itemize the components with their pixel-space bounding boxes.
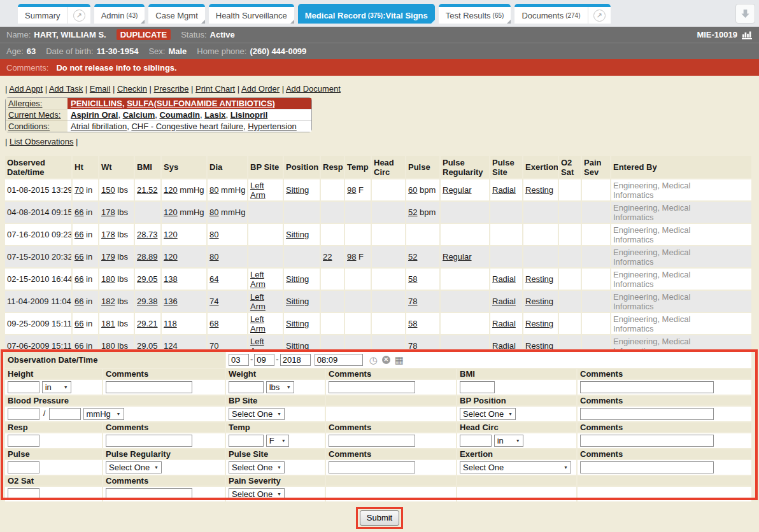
observation-value-link[interactable]: 78 — [408, 341, 417, 349]
summary-item[interactable]: Lasix — [204, 110, 225, 120]
observation-value-link[interactable]: 80 — [209, 207, 218, 217]
tab-admin[interactable]: Admin (43) — [94, 4, 145, 24]
observation-value-link[interactable]: Radial — [492, 185, 516, 195]
observation-value-link[interactable]: 120 — [164, 185, 178, 195]
observation-value-link[interactable]: 66 — [74, 297, 83, 306]
observation-value-link[interactable]: 138 — [164, 274, 178, 284]
observation-value-link[interactable]: 58 — [408, 274, 417, 284]
observation-value-link[interactable]: 80 — [209, 230, 218, 239]
observation-value-link[interactable]: Left Arm — [250, 292, 266, 311]
observation-value-link[interactable]: Regular — [443, 185, 472, 195]
tab-jump-button[interactable]: ↗ — [588, 7, 611, 24]
observation-value-link[interactable]: Radial — [492, 274, 516, 284]
observation-value-link[interactable]: 60 — [408, 185, 417, 195]
summary-item[interactable]: PENICILLINS — [71, 99, 122, 108]
observation-value-link[interactable]: 66 — [74, 274, 83, 284]
observation-value-link[interactable]: Sitting — [286, 297, 309, 306]
observation-value-link[interactable]: 70 — [209, 341, 218, 349]
observation-value-link[interactable]: Radial — [492, 341, 516, 349]
observation-value-link[interactable]: 120 — [164, 207, 178, 217]
observation-value-link[interactable]: 22 — [323, 252, 332, 262]
observation-value-link[interactable]: Resting — [525, 185, 553, 195]
observation-value-link[interactable]: 179 — [101, 252, 115, 262]
blood-pressure-input[interactable] — [49, 408, 81, 420]
pulse-site-select[interactable]: Select One▼ — [229, 461, 285, 473]
observation-value-link[interactable]: 52 — [408, 207, 417, 217]
head-circ-input[interactable] — [460, 435, 492, 447]
tab-summary[interactable]: Summary↗ — [18, 4, 90, 24]
blood-pressure-input[interactable] — [8, 408, 39, 420]
observation-value-link[interactable]: 180 — [101, 274, 115, 284]
observation-value-link[interactable]: Radial — [492, 297, 516, 306]
weight-input[interactable] — [229, 381, 264, 393]
exertion-select[interactable]: Select One▼ — [460, 461, 571, 473]
observation-value-link[interactable]: Resting — [525, 297, 553, 306]
quick-link-add-appt[interactable]: Add Appt — [9, 84, 43, 94]
date-year-input[interactable] — [280, 354, 311, 366]
observation-value-link[interactable]: 150 — [101, 185, 115, 195]
observation-value-link[interactable]: 182 — [101, 297, 115, 306]
quick-link-email[interactable]: Email — [90, 84, 111, 94]
submit-button[interactable]: Submit — [360, 510, 399, 526]
temp-select[interactable]: F▼ — [266, 435, 289, 447]
tab-jump-button[interactable]: ↗ — [67, 7, 90, 24]
temp-input[interactable] — [229, 435, 264, 447]
observation-value-link[interactable]: 58 — [408, 319, 417, 328]
observation-value-link[interactable]: Left Arm — [250, 270, 266, 289]
bp-position-select[interactable]: Select One▼ — [460, 408, 516, 420]
bmi-input[interactable] — [460, 381, 495, 393]
summary-item[interactable]: CHF - Congestive heart failure — [131, 122, 243, 131]
observation-value-link[interactable]: 29.05 — [137, 274, 158, 284]
observation-value-link[interactable]: Radial — [492, 319, 516, 328]
observation-value-link[interactable]: 118 — [164, 319, 177, 328]
chart-icon[interactable] — [742, 31, 753, 39]
observation-value-link[interactable]: 80 — [209, 252, 218, 262]
tab-documents[interactable]: Documents (274)↗ — [514, 4, 610, 24]
observation-value-link[interactable]: 29.05 — [137, 341, 158, 349]
observation-value-link[interactable]: 98 — [347, 185, 356, 195]
comments-input[interactable] — [580, 461, 714, 473]
calendar-icon[interactable]: ▦ — [395, 355, 404, 365]
resp-input[interactable] — [8, 435, 39, 447]
observation-value-link[interactable]: Resting — [525, 319, 553, 328]
observation-value-link[interactable]: 29.38 — [137, 297, 158, 306]
comments-input[interactable] — [580, 435, 714, 447]
summary-item[interactable]: SULFA(SULFONAMIDE ANTIBIOTICS) — [127, 99, 275, 108]
o2-sat-input[interactable] — [8, 488, 39, 500]
observation-value-link[interactable]: 178 — [101, 207, 115, 217]
observation-value-link[interactable]: 80 — [209, 185, 218, 195]
observation-value-link[interactable]: 70 — [74, 185, 83, 195]
comments-input[interactable] — [106, 381, 192, 393]
observation-value-link[interactable]: Resting — [525, 341, 553, 349]
tab-case-mgmt[interactable]: Case Mgmt — [148, 4, 204, 24]
quick-link-add-order[interactable]: Add Order — [241, 84, 280, 94]
observation-value-link[interactable]: 66 — [74, 319, 83, 328]
comments-input[interactable] — [580, 408, 714, 420]
observation-value-link[interactable]: 66 — [74, 341, 83, 349]
observation-value-link[interactable]: 52 — [408, 252, 417, 262]
quick-link-add-task[interactable]: Add Task — [49, 84, 83, 94]
weight-select[interactable]: lbs▼ — [266, 381, 294, 393]
observation-value-link[interactable]: 68 — [209, 319, 218, 328]
blood-pressure-select[interactable]: mmHg▼ — [83, 408, 124, 420]
summary-row-label[interactable]: Current Meds: — [8, 110, 60, 120]
summary-row-label[interactable]: Allergies: — [8, 99, 42, 108]
time-input[interactable] — [315, 354, 363, 366]
tab-test-results[interactable]: Test Results (65) — [439, 4, 511, 24]
height-select[interactable]: in▼ — [42, 381, 71, 393]
observation-value-link[interactable]: 120 — [164, 252, 178, 262]
head-circ-select[interactable]: in▼ — [494, 435, 523, 447]
pain-severity-select[interactable]: Select One▼ — [229, 488, 285, 500]
comments-input[interactable] — [329, 381, 415, 393]
tab-medical-record[interactable]: Medical Record (375):Vital Signs — [298, 4, 435, 24]
height-input[interactable] — [8, 381, 39, 393]
observation-value-link[interactable]: 78 — [408, 297, 417, 306]
observation-value-link[interactable]: 178 — [101, 230, 115, 239]
observation-value-link[interactable]: Sitting — [286, 274, 309, 284]
quick-link-prescribe[interactable]: Prescribe — [154, 84, 189, 94]
observation-value-link[interactable]: Resting — [525, 274, 553, 284]
pulse-input[interactable] — [8, 461, 39, 473]
observation-value-link[interactable]: 66 — [74, 230, 83, 239]
summary-item[interactable]: Hypertension — [248, 122, 297, 131]
observation-value-link[interactable]: 21.52 — [137, 185, 158, 195]
